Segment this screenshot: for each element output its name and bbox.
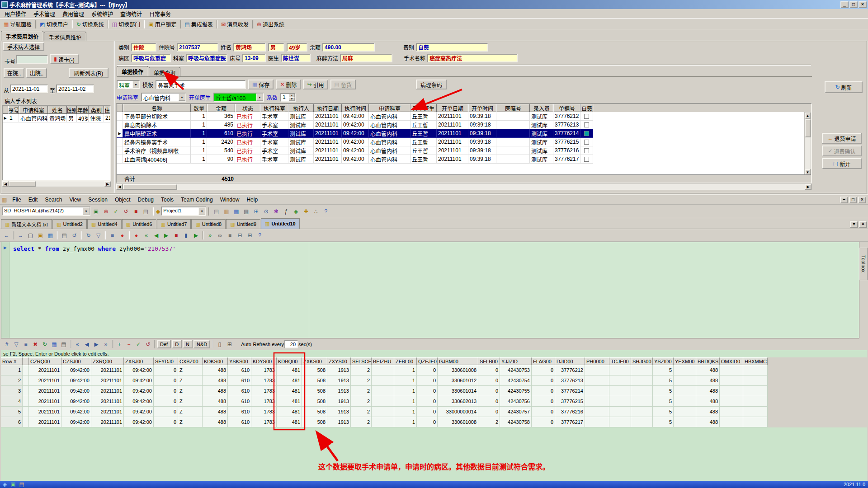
from-date-input[interactable]: 2021-11-01 [10, 84, 48, 93]
table-cell[interactable]: 481 [277, 396, 302, 407]
close-button[interactable]: × [858, 197, 866, 203]
table-cell[interactable]: 5 [653, 396, 674, 407]
table-cell[interactable]: 0 [417, 417, 438, 427]
table-cell[interactable]: 09:42:00 [124, 417, 154, 427]
table-cell[interactable]: 508 [302, 417, 327, 427]
table-cell[interactable]: 1913 [327, 396, 351, 407]
toolbar-button[interactable]: ⊗退出系统 [255, 19, 287, 29]
toolbar-button[interactable]: » [205, 230, 215, 240]
table-cell[interactable]: 488 [203, 386, 228, 396]
toolbar-button[interactable]: ● [118, 230, 127, 240]
toolbar-button[interactable]: ▦ [50, 340, 59, 349]
toolbar-button[interactable]: ▶ [191, 230, 201, 240]
table-cell[interactable]: 0 [417, 365, 438, 375]
menu-item[interactable]: Edit [25, 196, 42, 204]
table-cell[interactable] [631, 417, 653, 427]
chevron-down-icon[interactable]: ▼ [132, 81, 139, 88]
table-cell[interactable]: 20211101 [91, 407, 124, 417]
table-cell[interactable]: 0 [417, 386, 438, 396]
table-cell[interactable]: 09:42:00 [124, 396, 154, 407]
toolbar-button[interactable]: ◫切换部门 [110, 19, 142, 29]
table-cell[interactable]: 5 [653, 375, 674, 386]
column-header[interactable]: ZXRQ00 [91, 357, 124, 365]
table-cell[interactable]: 42430754 [500, 375, 532, 386]
self-pay-checkbox[interactable] [584, 131, 589, 136]
table-row[interactable]: 鼻息肉摘除术1485已执行手术室测试库2021110109:42:00心血管内科… [117, 121, 811, 129]
table-cell[interactable] [23, 375, 29, 386]
table-cell[interactable]: 37776216 [555, 407, 585, 417]
table-cell[interactable]: 488 [696, 407, 720, 417]
menu-item[interactable]: 费用管理 [59, 9, 88, 19]
menu-item[interactable]: Session [85, 196, 111, 204]
table-cell[interactable] [720, 396, 743, 407]
column-header[interactable]: 执行科室 [260, 104, 288, 112]
toolbar-button[interactable]: ▣ [36, 230, 45, 240]
toolbar-button[interactable]: ● [132, 230, 141, 240]
table-row[interactable]: 32021110109:42:002021110109:42:000Z48861… [1, 386, 768, 396]
toolbar-button[interactable]: » [101, 340, 110, 349]
field-value[interactable]: 癌症高热疗法 [427, 54, 518, 62]
table-cell[interactable]: 20211101 [29, 365, 61, 375]
table-cell[interactable] [674, 375, 696, 386]
table-cell[interactable]: 09:42:00 [61, 417, 91, 427]
table-cell[interactable]: 5 [653, 407, 674, 417]
table-cell[interactable]: 610 [228, 365, 251, 375]
request-dept-combo[interactable]: 心血管内科▼ [141, 93, 186, 102]
table-cell[interactable] [585, 407, 609, 417]
table-cell[interactable]: 2 [351, 386, 372, 396]
toolbar-button[interactable]: ⊞ [251, 206, 261, 216]
table-cell[interactable]: 2 [351, 375, 372, 386]
table-cell[interactable]: 330602013 [438, 396, 478, 407]
table-cell[interactable]: 0 [478, 365, 500, 375]
toolbar-button[interactable]: ⊞ [245, 230, 255, 240]
table-cell[interactable]: 330601012 [438, 375, 478, 386]
column-header[interactable]: GJBM00 [438, 357, 478, 365]
table-cell[interactable] [631, 386, 653, 396]
column-header[interactable]: 医嘱号 [496, 104, 530, 112]
toolbar-button[interactable]: ƒ [281, 206, 291, 216]
table-cell[interactable]: 37776215 [555, 396, 585, 407]
column-header[interactable]: HBXMMC [743, 357, 768, 365]
column-header[interactable]: PH0000 [585, 357, 609, 365]
toolbar-button[interactable]: ✱ [271, 206, 281, 216]
toolbar-button[interactable]: « [73, 340, 82, 349]
document-tab[interactable]: ▥新建文本文档.txt [1, 219, 52, 229]
toolbar-button[interactable]: ▥ [222, 206, 231, 216]
table-cell[interactable] [609, 375, 631, 386]
column-header[interactable]: 类别 [89, 106, 104, 114]
sql-editor[interactable]: ▶ select * from zy_fymx00 where zyh000='… [1, 242, 867, 338]
document-tab[interactable]: ▥Untitled6 [122, 219, 156, 229]
toolbar-button[interactable]: ✓ [134, 340, 143, 349]
table-cell[interactable] [23, 396, 29, 407]
menu-item[interactable]: 日常事务 [146, 9, 175, 19]
table-cell[interactable]: 5 [1, 407, 23, 417]
display-mode-button[interactable]: N&D [193, 340, 210, 348]
table-row[interactable]: 止血海绵[400406]190已执行手术室测试库2021110109:42:00… [117, 155, 811, 164]
maximize-button[interactable]: □ [849, 197, 857, 203]
menu-item[interactable]: Object [111, 196, 134, 204]
table-cell[interactable]: 610 [228, 396, 251, 407]
table-cell[interactable]: 42430757 [500, 407, 532, 417]
toolbar-button[interactable]: ■ [171, 230, 181, 240]
table-cell[interactable]: 20211101 [91, 396, 124, 407]
menu-item[interactable]: Window [217, 196, 243, 204]
table-cell[interactable]: 0 [154, 365, 178, 375]
toolbar-button[interactable]: ? [321, 206, 330, 216]
scroll-left-icon[interactable]: ◀ [2, 181, 9, 187]
table-cell[interactable] [372, 375, 394, 386]
table-cell[interactable] [743, 375, 768, 386]
table-cell[interactable]: 20211101 [29, 386, 61, 396]
toolbar-button[interactable]: ▦导航面板 [1, 19, 34, 29]
menu-item[interactable]: Debug [134, 196, 157, 204]
column-header[interactable]: 开单时间 [468, 104, 496, 112]
column-header[interactable]: DJID00 [555, 357, 585, 365]
display-mode-button[interactable]: D [172, 340, 182, 348]
minimize-button[interactable]: – [840, 197, 848, 203]
toolbar-button[interactable]: ▤ [212, 206, 221, 216]
menu-item[interactable]: 系统维护 [88, 9, 117, 19]
table-cell[interactable]: 20211101 [29, 407, 61, 417]
toolbar-button[interactable]: ⊗ [101, 206, 111, 216]
scroll-thumb[interactable] [123, 184, 177, 190]
table-cell[interactable] [674, 365, 696, 375]
toolbar-button[interactable]: « [142, 230, 151, 240]
